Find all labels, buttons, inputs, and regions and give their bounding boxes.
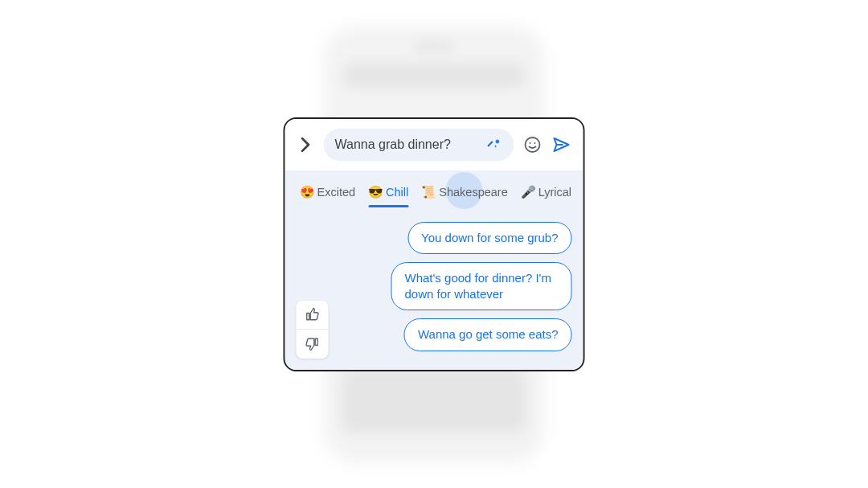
suggestions-list: You down for some grub? What's good for … (297, 222, 572, 351)
suggestion-item[interactable]: You down for some grub? (407, 222, 571, 254)
emoji-icon (523, 135, 542, 154)
tab-lyrical[interactable]: 🎤 Lyrical (514, 182, 578, 203)
svg-point-0 (526, 137, 540, 152)
thumbs-up-icon (305, 307, 320, 322)
tone-tabs: 😍 Excited 😎 Chill 📜 Shakespeare 🎤 Lyrica… (285, 170, 583, 209)
sunglasses-emoji-icon: 😎 (368, 185, 383, 199)
send-button[interactable] (551, 134, 572, 155)
chevron-right-icon (301, 137, 311, 152)
microphone-emoji-icon: 🎤 (521, 185, 536, 199)
scroll-emoji-icon: 📜 (421, 185, 436, 199)
thumbs-down-icon (305, 337, 320, 351)
feedback-buttons (297, 301, 329, 359)
message-input-pill[interactable]: Wanna grab dinner? (324, 129, 514, 161)
send-icon (552, 135, 571, 154)
heart-eyes-emoji-icon: 😍 (300, 185, 315, 199)
tab-excited[interactable]: 😍 Excited (293, 182, 362, 203)
input-row: Wanna grab dinner? (285, 119, 583, 170)
svg-point-2 (534, 142, 536, 144)
thumbs-up-button[interactable] (297, 301, 329, 330)
magic-compose-card: Wanna grab dinner? (284, 117, 585, 371)
message-input-text: Wanna grab dinner? (335, 137, 481, 152)
suggestion-area: 😍 Excited 😎 Chill 📜 Shakespeare 🎤 Lyrica… (285, 170, 583, 370)
tab-label: Chill (386, 186, 408, 199)
suggestions-container: You down for some grub? What's good for … (285, 209, 583, 370)
tab-shakespeare[interactable]: 📜 Shakespeare (415, 182, 514, 203)
svg-point-1 (530, 142, 531, 144)
suggestion-item[interactable]: What's good for dinner? I'm down for wha… (391, 262, 572, 311)
tab-label: Lyrical (538, 186, 571, 199)
magic-wand-icon (488, 137, 502, 152)
tab-label: Shakespeare (439, 186, 507, 199)
tab-chill[interactable]: 😎 Chill (362, 182, 415, 203)
suggestion-item[interactable]: Wanna go get some eats? (404, 318, 572, 351)
emoji-button[interactable] (522, 134, 543, 155)
magic-wand-button[interactable] (487, 137, 503, 153)
thumbs-down-button[interactable] (297, 330, 329, 359)
tab-label: Excited (317, 186, 356, 199)
chevron-right-button[interactable] (297, 135, 316, 154)
